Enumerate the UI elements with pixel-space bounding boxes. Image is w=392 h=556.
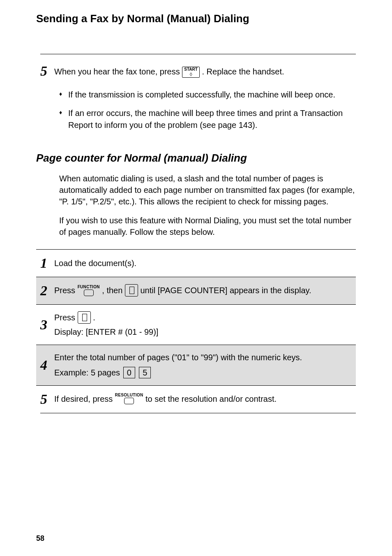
table-row: 4 Enter the total number of pages ("01" … — [36, 345, 356, 385]
step-5-top: 5 When you hear the fax tone, press STAR… — [36, 60, 356, 82]
right-arrow-key-icon — [125, 284, 138, 297]
table-row: 2 Press FUNCTION , then until [PAGE COUN… — [36, 277, 356, 304]
function-key-label: FUNCTION — [78, 285, 100, 289]
resolution-key-icon: RESOLUTION — [115, 393, 143, 405]
table-row: 5 If desired, press RESOLUTION to set th… — [36, 385, 356, 413]
paragraph: When automatic dialing is used, a slash … — [59, 173, 356, 207]
step-number: 5 — [40, 392, 54, 406]
step-text: Press — [54, 286, 78, 295]
step-number: 4 — [40, 358, 54, 372]
step-text: . — [93, 313, 95, 322]
step-number: 1 — [40, 256, 54, 270]
divider — [40, 54, 356, 54]
step-text: When you hear the fax tone, press — [54, 67, 182, 76]
step-text: Load the document(s). — [54, 257, 352, 269]
bullet-item: If an error occurs, the machine will bee… — [59, 107, 356, 131]
step-text: Enter the total number of pages ("01" to… — [54, 352, 352, 364]
step-number: 5 — [40, 64, 54, 78]
example-prefix: Example: 5 pages — [54, 368, 122, 377]
step-text: If desired, press — [54, 394, 115, 403]
function-key-icon: FUNCTION — [78, 285, 100, 297]
divider — [40, 413, 356, 413]
bullet-list: If the transmission is completed success… — [59, 89, 356, 131]
step-number: 2 — [40, 284, 54, 298]
paragraph: If you wish to use this feature with Nor… — [59, 215, 356, 238]
step-text: to set the resolution and/or contrast. — [145, 394, 277, 403]
table-row: 1 Load the document(s). — [36, 249, 356, 277]
table-row: 3 Press . Display: [ENTER # (01 - 99)] — [36, 304, 356, 345]
display-line: Display: [ENTER # (01 - 99)] — [54, 326, 352, 338]
step-text: Press — [54, 313, 78, 322]
step-text: , then — [102, 286, 125, 295]
step-text-after: . Replace the handset. — [202, 67, 284, 76]
start-key-icon: START ◊ — [182, 67, 200, 78]
step-number: 3 — [40, 318, 54, 332]
numeric-key-5-icon: 5 — [139, 367, 151, 378]
start-key-label: START — [184, 67, 198, 72]
section-title: Sending a Fax by Normal (Manual) Dialing — [36, 12, 356, 25]
start-key-symbol: ◊ — [184, 72, 198, 77]
numeric-key-0-icon: 0 — [123, 367, 135, 378]
bullet-item: If the transmission is completed success… — [59, 89, 356, 101]
page-number: 58 — [36, 534, 44, 543]
subheading-page-counter: Page counter for Normal (manual) Dialing — [36, 152, 356, 164]
step-text: until [PAGE COUNTER] appears in the disp… — [140, 286, 311, 295]
resolution-key-label: RESOLUTION — [115, 393, 143, 397]
right-arrow-key-icon — [78, 311, 91, 324]
steps-table: 1 Load the document(s). 2 Press FUNCTION… — [36, 249, 356, 413]
